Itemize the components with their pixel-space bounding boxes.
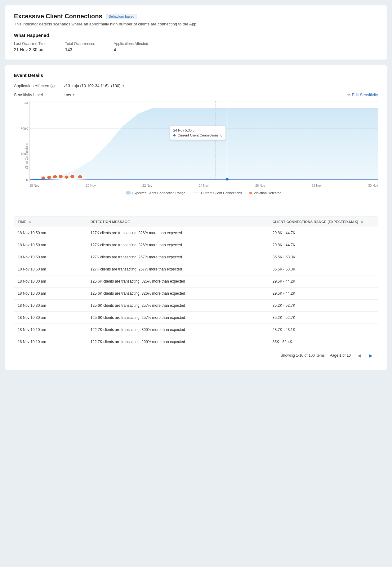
page-title: Excessive Client Connections <box>14 13 102 20</box>
cell-range: 35K - 52.4K <box>269 336 378 348</box>
cell-range: 35.5K - 53.3K <box>269 263 378 275</box>
cell-time: 18 Nov 10:30 am <box>14 288 87 300</box>
cell-detection: 125.6K clients are transacting. 326% mor… <box>87 288 269 300</box>
legend-box-icon <box>126 191 131 194</box>
stat-value-2: 4 <box>114 47 148 52</box>
tooltip-time: 24 Nov 5:30 pm <box>173 128 222 132</box>
x-label-22nov: 22 Nov <box>142 184 152 187</box>
col-time[interactable]: TIME ⇅ <box>14 217 87 227</box>
stats-row: Last Occurred Time 21 Nov 2:30 pm Total … <box>14 42 378 52</box>
x-label-30nov: 30 Nov <box>368 184 378 187</box>
sensitivity-level-row: Sensitivity Level Low ▾ ✏ Edit Sensitivi… <box>14 92 378 97</box>
pagination-prev-button[interactable]: ◀ <box>356 352 363 359</box>
edit-sensitivity-label: Edit Sensitivity <box>352 92 378 97</box>
pagination-row: Showing 1-10 of 100 items Page 1 of 10 ◀… <box>14 348 378 363</box>
y-label-400k: 400K <box>16 153 28 156</box>
x-axis-labels: 18 Nov 20 Nov 22 Nov 24 Nov 26 Nov 28 No… <box>29 184 378 187</box>
cell-range: 29.5K - 44.2K <box>269 288 378 300</box>
application-affected-value[interactable]: v13_raju (10.102.34.116) -(100) ▾ <box>64 83 124 88</box>
table-row: 18 Nov 10:10 am 122.7K clients are trans… <box>14 336 378 348</box>
chart-svg <box>30 101 378 182</box>
cell-detection: 127K clients are transacting. 257% more … <box>87 263 269 275</box>
y-label-0: 0 <box>16 178 28 182</box>
y-axis-labels: 0 400K 800K 1.2M <box>16 101 28 182</box>
stat-value-0: 21 Nov 2:30 pm <box>14 47 47 52</box>
table-row: 18 Nov 10:30 am 125.6K clients are trans… <box>14 275 378 288</box>
stat-last-occurred: Last Occurred Time 21 Nov 2:30 pm <box>14 42 47 52</box>
cell-time: 18 Nov 10:50 am <box>14 263 87 275</box>
table-body: 18 Nov 10:50 am 127K clients are transac… <box>14 227 378 348</box>
app-value-text: v13_raju (10.102.34.116) -(100) <box>64 83 121 88</box>
cell-range: 35.2K - 52.7K <box>269 300 378 312</box>
stat-label-0: Last Occurred Time <box>14 42 47 46</box>
cell-detection: 127K clients are transacting. 326% more … <box>87 227 269 239</box>
tooltip-arrow <box>196 140 200 141</box>
x-label-20nov: 20 Nov <box>86 184 96 187</box>
sensitivity-text: Low <box>64 92 71 97</box>
chart-inner: 0 400K 800K 1.2M <box>29 101 378 182</box>
y-label-12m: 1.2M <box>16 101 28 105</box>
svg-point-7 <box>78 175 82 178</box>
stat-applications-affected: Applications Affected 4 <box>114 42 148 52</box>
sensitivity-dropdown-arrow: ▾ <box>73 93 75 97</box>
legend-expected-range: Expected Client Connection Range <box>126 191 185 195</box>
cell-time: 18 Nov 10:10 am <box>14 324 87 336</box>
table-header-row: TIME ⇅ DETECTION MESSAGE CLIENT CONNECTI… <box>14 217 378 227</box>
sort-time-icon: ⇅ <box>29 221 31 224</box>
app-dropdown-arrow: ▾ <box>122 84 124 88</box>
legend-expected-label: Expected Client Connection Range <box>132 191 185 195</box>
legend-current-label: Current Client Connections <box>201 191 242 195</box>
legend-line-icon <box>193 193 199 193</box>
svg-point-5 <box>65 176 68 179</box>
x-label-26nov: 26 Nov <box>255 184 265 187</box>
cell-range: 29.8K - 44.7K <box>269 239 378 251</box>
chart-legend: Expected Client Connection Range Current… <box>29 191 378 195</box>
cell-time: 18 Nov 10:50 am <box>14 239 87 251</box>
cell-detection: 125.6K clients are transacting. 257% mor… <box>87 300 269 312</box>
edit-sensitivity-button[interactable]: ✏ Edit Sensitivity <box>347 92 378 97</box>
col-detection: DETECTION MESSAGE <box>87 217 269 227</box>
x-label-24nov: 24 Nov <box>199 184 209 187</box>
sensitivity-level-value[interactable]: Low ▾ <box>64 92 75 97</box>
chart-tooltip: 24 Nov 5:30 pm Current Client Connection… <box>170 126 226 140</box>
tooltip-value-row: Current Client Connections: 0 <box>173 133 222 137</box>
table-row: 18 Nov 10:50 am 127K clients are transac… <box>14 227 378 239</box>
sensitivity-level-label: Sensitivity Level <box>14 92 64 97</box>
x-label-28nov: 28 Nov <box>312 184 322 187</box>
cell-detection: 122.7K clients are transacting. 300% mor… <box>87 324 269 336</box>
tooltip-label: Current Client Connections: 0 <box>178 133 222 137</box>
table-row: 18 Nov 10:10 am 122.7K clients are trans… <box>14 324 378 336</box>
cell-detection: 127K clients are transacting. 257% more … <box>87 251 269 263</box>
table-row: 18 Nov 10:30 am 125.6K clients are trans… <box>14 300 378 312</box>
page-subtitle: This indicator detects scenarios where a… <box>14 22 378 26</box>
detections-table: TIME ⇅ DETECTION MESSAGE CLIENT CONNECTI… <box>14 217 378 363</box>
cell-detection: 125.6K clients are transacting. 257% mor… <box>87 312 269 324</box>
svg-point-9 <box>225 178 229 181</box>
col-range[interactable]: CLIENT CONNECTIONS RANGE (EXPECTED-MAX) … <box>269 217 378 227</box>
cell-detection: 127K clients are transacting. 326% more … <box>87 239 269 251</box>
behaviour-badge: Behaviour based <box>106 14 137 19</box>
svg-point-4 <box>59 175 63 178</box>
sort-range-icon: ⇅ <box>361 221 363 224</box>
cell-range: 29.5K - 44.2K <box>269 275 378 288</box>
svg-point-2 <box>47 176 51 179</box>
chart-container: Client Connections 0 400K 800K 1.2M <box>14 101 378 210</box>
header-card: Excessive Client Connections Behaviour b… <box>5 5 387 60</box>
table: TIME ⇅ DETECTION MESSAGE CLIENT CONNECTI… <box>14 217 378 348</box>
tooltip-dot <box>173 134 176 136</box>
svg-point-3 <box>53 175 57 178</box>
stat-label-2: Applications Affected <box>114 42 148 46</box>
event-details-card: Event Details Application Affected i v13… <box>5 65 387 370</box>
stat-total-occurrences: Total Occurrences 143 <box>65 42 95 52</box>
pagination-next-button[interactable]: ▶ <box>368 352 374 359</box>
pagination-showing: Showing 1-10 of 100 items <box>281 353 325 358</box>
cell-range: 29.8K - 44.7K <box>269 227 378 239</box>
legend-violation-label: Violation Detected <box>254 191 281 195</box>
cell-time: 18 Nov 10:50 am <box>14 227 87 239</box>
cell-time: 18 Nov 10:30 am <box>14 275 87 288</box>
legend-current: Current Client Connections <box>193 191 242 195</box>
event-details-title: Event Details <box>14 73 378 78</box>
table-row: 18 Nov 10:50 am 127K clients are transac… <box>14 251 378 263</box>
cell-range: 28.7K - 43.1K <box>269 324 378 336</box>
cell-time: 18 Nov 10:30 am <box>14 300 87 312</box>
